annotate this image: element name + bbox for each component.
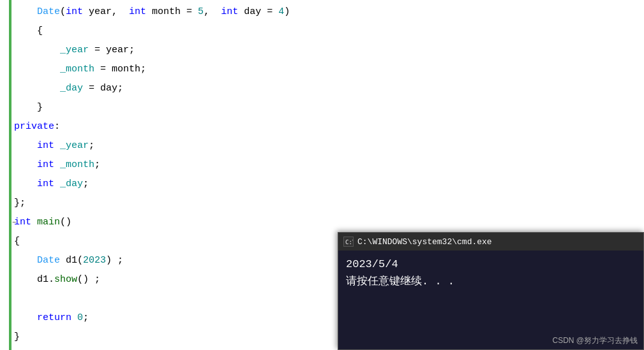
code-token: . [49,274,54,285]
code-line-inner: } [11,328,20,347]
code-token [54,179,60,189]
code-line-inner: { [11,22,43,41]
code-token: 0 [77,312,83,323]
collapse-button[interactable]: − [12,213,17,232]
code-token: int [37,179,54,189]
code-token: int [37,159,54,170]
code-token [54,140,60,151]
code-token: _day [60,179,83,189]
code-token: ) ; [106,255,123,266]
code-line-inner: _month = month; [11,60,146,79]
code-line: Date(int year, int month = 5, int day = … [11,3,644,22]
code-token: ( [60,6,66,17]
code-line: } [11,98,644,117]
code-token: } [14,198,20,208]
code-token [14,159,37,170]
code-token: ; [83,179,89,189]
console-body: 2023/5/4 请按任意键继续. . . [338,251,643,295]
console-output-line2: 请按任意键继续. . . [346,273,636,290]
code-token: Date [37,6,60,17]
console-window: C:\ C:\WINDOWS\system32\cmd.exe 2023/5/4… [338,232,644,350]
code-line-inner: { [11,232,20,251]
code-token [71,312,77,323]
code-token [14,6,37,17]
code-line: int _month; [11,156,644,175]
code-token: } [37,102,43,113]
code-token: 4 [278,6,284,17]
code-token [14,140,37,151]
code-token [14,179,37,189]
code-line-inner: } [11,98,43,117]
code-token: int [129,6,146,17]
code-token: ; [89,140,94,151]
code-token [14,255,37,266]
code-token: d1( [60,255,83,266]
code-line: { [11,22,644,41]
code-line: int _day; [11,175,644,194]
code-token: month = [146,6,198,17]
code-line-inner: _year = year; [11,41,135,60]
code-token: show [54,274,77,285]
code-line-inner: Date d1(2023) ; [11,251,123,270]
code-line: _year = year; [11,41,644,60]
code-line-inner: return 0; [11,309,89,328]
code-line-inner: int _month; [11,156,100,175]
code-token [14,83,60,94]
code-token [31,217,37,228]
code-token: return [37,312,71,323]
code-token: 2023 [83,255,106,266]
code-token [14,312,37,323]
console-title: C:\WINDOWS\system32\cmd.exe [357,237,492,247]
console-app-icon: C:\ [343,237,354,247]
code-line: _day = day; [11,79,644,98]
code-token: d1 [37,274,49,285]
code-token: ; [83,312,89,323]
code-token: Date [37,255,60,266]
code-token: day = [238,6,278,17]
code-token: { [37,26,43,36]
code-token: _day [60,83,83,94]
code-token: } [14,332,20,342]
left-bar [0,0,11,350]
code-token: () ; [77,274,100,285]
code-token [14,26,37,36]
code-line-inner: private: [11,117,60,136]
code-token: int [221,6,238,17]
code-token: 5 [198,6,204,17]
console-titlebar: C:\ C:\WINDOWS\system32\cmd.exe [338,233,643,251]
code-token: private [14,121,54,132]
code-line-inner: int _day; [11,175,89,194]
code-token: _year [60,45,89,55]
code-token: ) [284,6,290,17]
code-line-inner: d1.show() ; [11,270,100,289]
code-token: _month [60,159,94,170]
code-token [14,64,60,75]
code-token [14,274,37,285]
console-output-line1: 2023/5/4 [346,256,636,273]
code-token [54,159,60,170]
watermark: CSDN @努力学习去挣钱 [552,335,638,346]
code-line-inner: int _year; [11,136,94,156]
code-token: year, [83,6,129,17]
code-line: private: [11,117,644,136]
code-token: = day; [83,83,123,94]
code-token: int [37,140,54,151]
code-token: = year; [89,45,135,55]
code-token: () [60,217,71,228]
code-token: { [14,236,20,247]
code-token: : [54,121,60,132]
code-token: int [66,6,83,17]
code-token: ; [94,159,100,170]
code-token: = month; [94,64,146,75]
code-token [14,102,37,113]
code-token: , [204,6,221,17]
code-line: }; [11,194,644,213]
svg-text:C:\: C:\ [345,239,353,245]
code-token: _year [60,140,89,151]
code-token: int [14,217,31,228]
code-token [14,45,60,55]
code-line-inner: int main() [11,213,71,232]
code-line: −int main() [11,213,644,232]
code-line-inner: Date(int year, int month = 5, int day = … [11,3,290,22]
code-line: _month = month; [11,60,644,79]
